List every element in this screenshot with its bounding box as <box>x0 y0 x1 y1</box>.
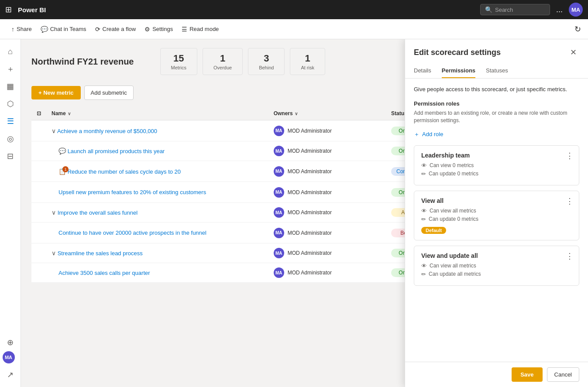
role-menu-button-1[interactable]: ⋮ <box>566 196 574 206</box>
panel-header: Edit scorecard settings ✕ <box>405 39 588 58</box>
name-sort-icon: ∨ <box>68 111 71 116</box>
readmode-icon: ☰ <box>182 26 187 33</box>
owner-name: MOD Administrator <box>288 148 332 154</box>
sidebar-item-data-hub[interactable]: ⬡ <box>3 96 18 112</box>
search-box[interactable]: 🔍 <box>480 4 550 15</box>
user-avatar[interactable]: MA <box>569 3 583 17</box>
owners-col-header[interactable]: Owners ∨ <box>268 107 386 120</box>
role-card-view-all: View all 👁 Can view all metrics ✏ Can up… <box>414 191 579 240</box>
role-view-row-1: 👁 Can view all metrics <box>421 208 572 214</box>
refresh-icon[interactable]: ↻ <box>574 24 581 34</box>
role-menu-button-2[interactable]: ⋮ <box>566 251 574 261</box>
row-indicator <box>31 223 46 243</box>
sidebar-item-home[interactable]: ⌂ <box>3 44 18 59</box>
role-edit-row-1: ✏ Can update 0 metrics <box>421 216 572 223</box>
name-cell: ∨ Streamline the sales lead process <box>46 243 268 263</box>
expand-icon[interactable]: ∨ <box>52 127 56 134</box>
new-metric-button[interactable]: + New metric <box>31 86 81 99</box>
row-indicator <box>31 161 46 182</box>
sidebar-avatar[interactable]: MA <box>3 351 15 363</box>
scorecard-stats: 15 Metrics 1 Overdue 3 Behind 1 At risk <box>160 48 325 75</box>
owner-avatar: MA <box>274 126 284 136</box>
main-layout: ⌂ ＋ ▦ ⬡ ☰ ◎ ⊟ ⊕ MA ↗ Northwind FY21 reve… <box>0 39 588 387</box>
read-mode-button[interactable]: ☰ Read mode <box>177 23 223 35</box>
panel-footer: Save Cancel <box>405 362 588 387</box>
top-nav: ⊞ Power BI 🔍 ... MA <box>0 0 588 19</box>
edit-scorecard-panel: Edit scorecard settings ✕ Details Permis… <box>405 39 588 387</box>
tab-details[interactable]: Details <box>414 64 431 78</box>
sidebar-item-browse[interactable]: ▦ <box>3 79 18 94</box>
eye-icon-1: 👁 <box>421 208 427 214</box>
sidebar-item-scorecard[interactable]: ☰ <box>3 113 18 129</box>
role-menu-button-0[interactable]: ⋮ <box>566 151 574 161</box>
name-col-header[interactable]: Name ∨ <box>46 107 268 120</box>
share-button[interactable]: ↑ Share <box>7 23 36 35</box>
share-icon: ↑ <box>11 26 14 33</box>
add-submetric-button[interactable]: Add submetric <box>84 86 134 100</box>
scorecard-title: Northwind FY21 revenue <box>31 57 134 67</box>
metric-name-link[interactable]: Streamline the sales lead process <box>58 250 143 257</box>
role-name-view-all: View all <box>421 197 572 204</box>
sidebar-item-apps[interactable]: ⊟ <box>3 148 18 164</box>
sidebar-item-goals[interactable]: ◎ <box>3 131 18 147</box>
panel-close-button[interactable]: ✕ <box>567 46 579 58</box>
sidebar-item-create[interactable]: ＋ <box>3 61 18 77</box>
more-options-icon[interactable]: ... <box>556 5 563 14</box>
search-input[interactable] <box>495 7 545 13</box>
owner-avatar: MA <box>274 267 284 278</box>
filter-col-header[interactable]: ⊡ <box>31 107 46 120</box>
metric-name-link[interactable]: Achieve a monthly revenue of $500,000 <box>57 128 157 134</box>
note-icon[interactable]: 📋1 <box>58 168 66 175</box>
owner-name: MOD Administrator <box>288 128 332 134</box>
name-cell: 📋1 Reduce the number of sales cycle days… <box>46 161 268 182</box>
metric-name-link[interactable]: Achieve 3500 sales calls per quarter <box>58 270 150 276</box>
add-role-button[interactable]: ＋ Add role <box>414 130 579 138</box>
filter-icon: ⊡ <box>37 110 41 116</box>
eye-icon: 👁 <box>421 162 427 169</box>
row-indicator <box>31 120 46 141</box>
permission-roles-desc: Add members to an existing role, or crea… <box>414 110 579 124</box>
sidebar-item-arrow[interactable]: ↗ <box>3 367 18 383</box>
owner-name: MOD Administrator <box>288 168 332 175</box>
name-cell: ∨ Improve the overall sales funnel <box>46 203 268 223</box>
grid-icon[interactable]: ⊞ <box>5 5 12 14</box>
search-icon: 🔍 <box>485 6 492 13</box>
stat-behind: 3 Behind <box>248 48 285 75</box>
owner-name: MOD Administrator <box>288 230 332 236</box>
metric-name-link[interactable]: Continue to have over 20000 active prosp… <box>58 229 206 236</box>
owner-avatar: MA <box>274 166 284 177</box>
expand-icon[interactable]: ∨ <box>52 209 56 216</box>
name-cell: Upsell new premium features to 20% of ex… <box>46 182 268 203</box>
metric-name-link[interactable]: Improve the overall sales funnel <box>58 209 138 216</box>
flow-icon: ⟳ <box>95 26 100 33</box>
owner-name: MOD Administrator <box>288 270 332 276</box>
edit-icon-2: ✏ <box>421 271 426 277</box>
cancel-button[interactable]: Cancel <box>547 367 579 382</box>
settings-icon: ⚙ <box>144 26 150 33</box>
sidebar-item-learn[interactable]: ⊕ <box>3 335 18 350</box>
chat-note-icon[interactable]: 💬 <box>58 147 66 154</box>
row-indicator <box>31 263 46 283</box>
chat-in-teams-button[interactable]: 💬 Chat in Teams <box>36 23 91 35</box>
default-badge: Default <box>421 227 446 234</box>
role-card-leadership: Leadership team 👁 Can view 0 metrics ✏ C… <box>414 145 579 185</box>
name-cell: ∨ Achieve a monthly revenue of $500,000 <box>46 120 268 141</box>
edit-icon: ✏ <box>421 171 426 177</box>
panel-title: Edit scorecard settings <box>414 48 564 57</box>
owner-name: MOD Administrator <box>288 189 332 195</box>
app-title: Power BI <box>18 6 480 14</box>
tab-permissions[interactable]: Permissions <box>442 64 475 78</box>
save-button[interactable]: Save <box>512 367 542 382</box>
role-name-view-update-all: View and update all <box>421 252 572 259</box>
metric-name-link[interactable]: Launch all promised products this year <box>68 148 165 154</box>
eye-icon-2: 👁 <box>421 263 427 269</box>
expand-icon[interactable]: ∨ <box>52 250 56 257</box>
settings-button[interactable]: ⚙ Settings <box>140 23 177 35</box>
create-flow-button[interactable]: ⟳ Create a flow <box>91 23 141 35</box>
metric-name-link[interactable]: Upsell new premium features to 20% of ex… <box>58 189 206 195</box>
owner-cell: MA MOD Administrator <box>268 161 386 182</box>
tab-statuses[interactable]: Statuses <box>486 64 508 78</box>
metric-name-link[interactable]: Reduce the number of sales cycle days to… <box>68 168 181 175</box>
plus-icon: ＋ <box>414 130 420 138</box>
name-cell: Achieve 3500 sales calls per quarter <box>46 263 268 283</box>
